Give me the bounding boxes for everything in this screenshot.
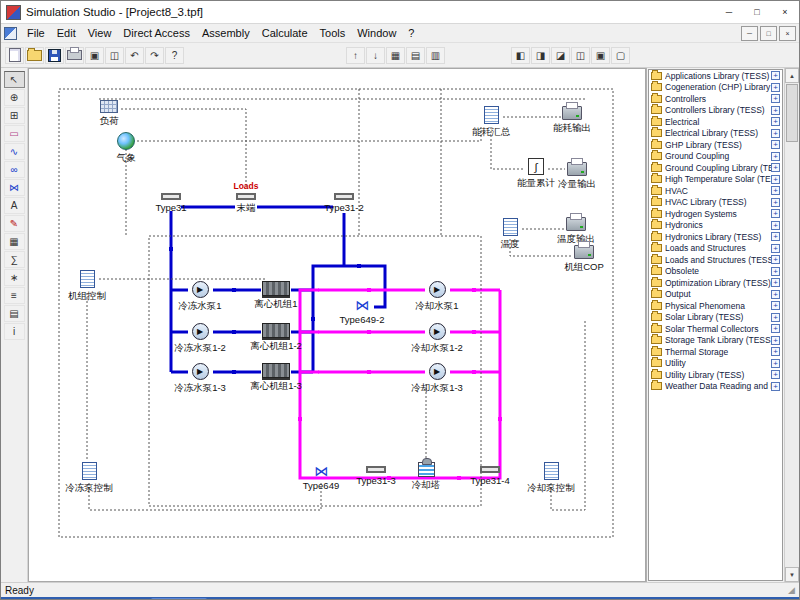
- library-item[interactable]: Loads and Structures+: [649, 243, 782, 255]
- expand-icon[interactable]: +: [771, 140, 780, 149]
- node-chwp2[interactable]: ▶冷冻水泵1-2: [166, 323, 234, 353]
- library-item[interactable]: Optimization Library (TESS)+: [649, 277, 782, 289]
- node-tower[interactable]: 冷却塔: [392, 462, 460, 490]
- sum-tool[interactable]: ∑: [4, 251, 25, 268]
- title-bar[interactable]: Simulation Studio - [Project8_3.tpf] ─□×: [1, 1, 799, 24]
- minimize-button[interactable]: ─: [715, 1, 743, 23]
- library-item[interactable]: Electrical+: [649, 116, 782, 128]
- expand-icon[interactable]: +: [771, 370, 780, 379]
- library-item[interactable]: Controllers Library (TESS)+: [649, 105, 782, 117]
- node-terminal[interactable]: Loads末端: [212, 193, 280, 213]
- info-tool[interactable]: i: [4, 323, 25, 340]
- tile-windows-button[interactable]: ◫: [571, 47, 590, 64]
- maximize-button[interactable]: □: [743, 1, 771, 23]
- node-type31-2[interactable]: Type31-2: [310, 193, 378, 213]
- library-item[interactable]: Physical Phenomena+: [649, 300, 782, 312]
- node-cwp1[interactable]: ▶冷却水泵1: [403, 281, 471, 311]
- library-item[interactable]: Solar Library (TESS)+: [649, 312, 782, 324]
- panel-left-button[interactable]: ◧: [511, 47, 530, 64]
- expand-icon[interactable]: +: [771, 313, 780, 322]
- node-type31-4[interactable]: Type31-4: [456, 466, 524, 486]
- node-cwp-ctrl[interactable]: 冷却泵控制: [517, 462, 585, 493]
- library-item[interactable]: Cogeneration (CHP) Library (TESS)+: [649, 82, 782, 94]
- panel-split-button[interactable]: ◪: [551, 47, 570, 64]
- menu-item-calculate[interactable]: Calculate: [256, 26, 314, 40]
- node-load[interactable]: 负荷: [75, 100, 143, 126]
- child-restore-button[interactable]: □: [760, 26, 777, 41]
- expand-icon[interactable]: +: [771, 186, 780, 195]
- node-energy-out[interactable]: 能耗输出: [538, 106, 606, 133]
- sort-descending-button[interactable]: ↓: [366, 47, 385, 64]
- library-item[interactable]: Utility Library (TESS)+: [649, 369, 782, 381]
- pen-tool[interactable]: ✎: [4, 215, 25, 232]
- link-tool[interactable]: ∞: [4, 161, 25, 178]
- text-tool[interactable]: A: [4, 197, 25, 214]
- expand-icon[interactable]: +: [771, 382, 780, 391]
- menu-item-file[interactable]: File: [21, 26, 51, 40]
- library-item[interactable]: HVAC+: [649, 185, 782, 197]
- node-chiller1[interactable]: 离心机组1: [242, 281, 310, 309]
- node-weather[interactable]: 气象: [92, 132, 160, 163]
- library-item[interactable]: Hydronics Library (TESS)+: [649, 231, 782, 243]
- node-chiller3[interactable]: 离心机组1-3: [242, 363, 310, 391]
- node-type649-2[interactable]: ⋈Type649-2: [328, 298, 396, 325]
- menu-item-edit[interactable]: Edit: [51, 26, 82, 40]
- menu-item-tools[interactable]: Tools: [314, 26, 352, 40]
- weather-signal-bus[interactable]: [137, 127, 481, 141]
- library-item[interactable]: Storage Tank Library (TESS)+: [649, 335, 782, 347]
- node-type31[interactable]: Type31: [137, 193, 205, 213]
- align-horizontal-button[interactable]: ▤: [406, 47, 425, 64]
- library-item[interactable]: Controllers+: [649, 93, 782, 105]
- expand-icon[interactable]: +: [771, 209, 780, 218]
- table-tool[interactable]: ▦: [4, 233, 25, 250]
- expand-icon[interactable]: +: [771, 94, 780, 103]
- expand-icon[interactable]: +: [771, 278, 780, 287]
- gear-tool[interactable]: ∗: [4, 269, 25, 286]
- expand-icon[interactable]: +: [771, 255, 780, 264]
- expand-icon[interactable]: +: [771, 221, 780, 230]
- redo-button[interactable]: ↷: [145, 47, 164, 64]
- library-item[interactable]: GHP Library (TESS)+: [649, 139, 782, 151]
- close-button[interactable]: ×: [771, 1, 799, 23]
- node-cwp2[interactable]: ▶冷却水泵1-2: [403, 323, 471, 353]
- child-close-button[interactable]: ×: [779, 26, 796, 41]
- expand-icon[interactable]: +: [771, 267, 780, 276]
- child-minimize-button[interactable]: ─: [741, 26, 758, 41]
- sort-ascending-button[interactable]: ↑: [346, 47, 365, 64]
- node-temp-out[interactable]: 温度输出: [542, 217, 610, 244]
- paste-button[interactable]: ◫: [105, 47, 124, 64]
- library-item[interactable]: Ground Coupling Library (TESS)+: [649, 162, 782, 174]
- library-item[interactable]: Output+: [649, 289, 782, 301]
- node-chwp3[interactable]: ▶冷冻水泵1-3: [166, 363, 234, 393]
- node-cop[interactable]: 机组COP: [550, 245, 618, 272]
- expand-icon[interactable]: +: [771, 324, 780, 333]
- expand-icon[interactable]: +: [771, 71, 780, 80]
- node-chwp1[interactable]: ▶冷冻水泵1: [166, 281, 234, 311]
- library-item[interactable]: HVAC Library (TESS)+: [649, 197, 782, 209]
- library-item[interactable]: Loads and Structures (TESS)+: [649, 254, 782, 266]
- undo-button[interactable]: ↶: [125, 47, 144, 64]
- select-tool[interactable]: ↖: [4, 71, 25, 88]
- menu-item-window[interactable]: Window: [351, 26, 402, 40]
- expand-icon[interactable]: +: [771, 117, 780, 126]
- canvas[interactable]: 负荷气象Type31Loads末端Type31-2能耗汇总能耗输出∫能量累计冷量…: [28, 68, 646, 582]
- zoom-tool[interactable]: ⊕: [4, 89, 25, 106]
- node-chwp-ctrl[interactable]: 冷冻泵控制: [55, 462, 123, 493]
- scroll-down-button[interactable]: ▼: [785, 567, 799, 582]
- library-item[interactable]: Obsolete+: [649, 266, 782, 278]
- expand-icon[interactable]: +: [771, 198, 780, 207]
- expand-icon[interactable]: +: [771, 232, 780, 241]
- panel-right-button[interactable]: ◨: [531, 47, 550, 64]
- expand-icon[interactable]: +: [771, 336, 780, 345]
- plug-tool[interactable]: ∿: [4, 143, 25, 160]
- menu-item-[interactable]: ?: [402, 26, 420, 40]
- open-button[interactable]: [25, 47, 44, 64]
- align-grid-button[interactable]: ▦: [386, 47, 405, 64]
- expand-icon[interactable]: +: [771, 175, 780, 184]
- library-item[interactable]: Ground Coupling+: [649, 151, 782, 163]
- library-item[interactable]: Hydrogen Systems+: [649, 208, 782, 220]
- scroll-up-button[interactable]: ▲: [785, 68, 799, 83]
- scroll-track[interactable]: [785, 143, 799, 567]
- library-item[interactable]: Hydronics+: [649, 220, 782, 232]
- pan-tool[interactable]: ⊞: [4, 107, 25, 124]
